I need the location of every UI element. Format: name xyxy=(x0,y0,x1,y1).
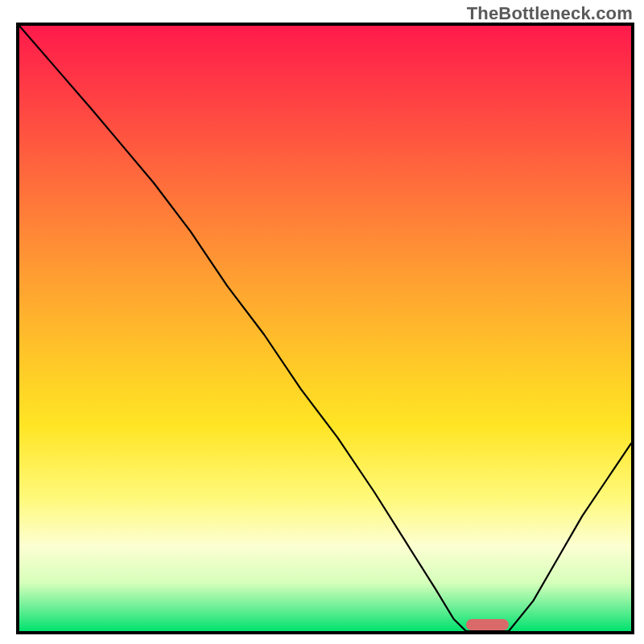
optimal-zone-marker xyxy=(466,619,509,630)
plot-frame xyxy=(16,23,634,634)
watermark-text: TheBottleneck.com xyxy=(467,3,633,24)
curve-svg xyxy=(19,26,631,631)
chart-container: TheBottleneck.com xyxy=(0,0,644,644)
bottleneck-curve xyxy=(19,26,631,631)
